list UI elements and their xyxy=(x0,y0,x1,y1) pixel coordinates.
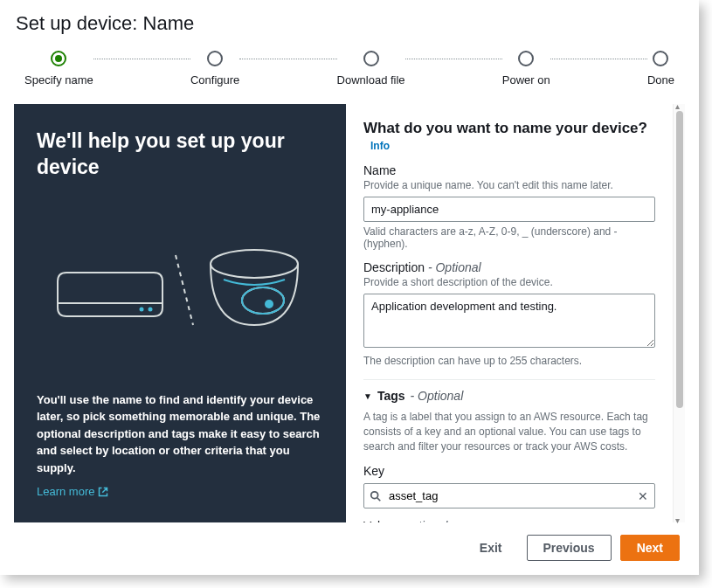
caret-down-icon: ▼ xyxy=(363,391,372,401)
step-connector xyxy=(405,59,502,60)
step-configure[interactable]: Configure xyxy=(190,51,239,86)
step-connector xyxy=(93,59,190,60)
step-specify-name[interactable]: Specify name xyxy=(24,51,93,86)
previous-button[interactable]: Previous xyxy=(527,535,612,561)
search-icon xyxy=(370,490,382,502)
exit-button[interactable]: Exit xyxy=(464,536,518,560)
step-connector xyxy=(239,59,336,60)
name-input[interactable] xyxy=(363,197,655,222)
step-circle-icon xyxy=(653,51,668,66)
svg-point-7 xyxy=(265,300,273,308)
next-button[interactable]: Next xyxy=(620,535,680,561)
key-field: Key ✕ xyxy=(363,464,655,508)
name-footnote: Valid characters are a-z, A-Z, 0-9, _ (u… xyxy=(363,225,655,250)
step-circle-icon xyxy=(51,51,66,66)
form-panel: What do you want to name your device? In… xyxy=(346,104,673,522)
device-illustration xyxy=(37,211,323,370)
scroll-thumb[interactable] xyxy=(676,111,683,408)
svg-point-2 xyxy=(149,308,153,312)
key-label: Key xyxy=(363,464,655,478)
wizard-container: Set up device: Name Specify name Configu… xyxy=(0,0,699,575)
tags-description: A tag is a label that you assign to an A… xyxy=(363,410,655,453)
svg-point-4 xyxy=(211,250,298,278)
external-link-icon xyxy=(98,487,108,497)
scroll-up-icon[interactable]: ▴ xyxy=(675,101,680,111)
step-done[interactable]: Done xyxy=(647,51,674,86)
header: Set up device: Name xyxy=(0,0,699,35)
step-power-on[interactable]: Power on xyxy=(502,51,550,86)
tags-toggle[interactable]: ▼ Tags - Optional xyxy=(363,389,655,403)
svg-line-3 xyxy=(176,255,193,325)
description-footnote: The description can have up to 255 chara… xyxy=(363,355,655,367)
description-label: Description - Optional xyxy=(363,260,655,274)
page-title: Set up device: Name xyxy=(16,12,683,35)
svg-point-1 xyxy=(140,308,144,312)
name-field: Name Provide a unique name. You can't ed… xyxy=(363,163,655,250)
scroll-down-icon[interactable]: ▾ xyxy=(675,515,680,525)
svg-line-9 xyxy=(377,498,381,502)
step-circle-icon xyxy=(518,51,534,66)
svg-point-8 xyxy=(371,492,378,499)
footer: Exit Previous Next xyxy=(0,522,699,575)
step-connector xyxy=(550,59,647,60)
description-field: Description - Optional Provide a short d… xyxy=(363,260,655,367)
step-circle-icon xyxy=(363,51,379,66)
info-panel: We'll help you set up your device xyxy=(14,104,346,522)
body: We'll help you set up your device xyxy=(0,104,699,522)
name-hint: Provide a unique name. You can't edit th… xyxy=(363,179,655,191)
description-hint: Provide a short description of the devic… xyxy=(363,276,655,288)
info-title: We'll help you set up your device xyxy=(37,128,323,181)
name-label: Name xyxy=(363,163,655,177)
form-heading: What do you want to name your device? xyxy=(363,120,647,136)
clear-icon[interactable]: ✕ xyxy=(638,489,648,503)
step-download-file[interactable]: Download file xyxy=(337,51,405,86)
description-input[interactable] xyxy=(363,294,655,348)
info-link[interactable]: Info xyxy=(370,140,390,152)
learn-more-link[interactable]: Learn more xyxy=(37,485,323,498)
scrollbar[interactable]: ▴ ▾ xyxy=(673,104,685,522)
step-circle-icon xyxy=(207,51,223,66)
key-input[interactable] xyxy=(363,483,655,508)
form-wrap: What do you want to name your device? In… xyxy=(346,104,685,522)
stepper: Specify name Configure Download file Pow… xyxy=(0,35,699,104)
info-description: You'll use the name to find and identify… xyxy=(37,391,323,477)
divider xyxy=(363,379,655,380)
